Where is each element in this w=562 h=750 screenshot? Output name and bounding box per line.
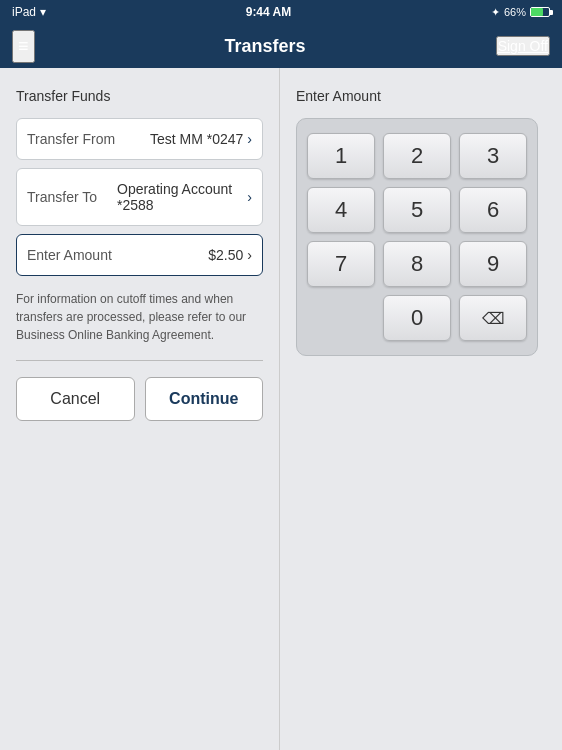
bluetooth-icon: ✦ <box>491 6 500 19</box>
amount-label: Enter Amount <box>27 247 112 263</box>
status-time: 9:44 AM <box>246 5 292 19</box>
enter-amount-row[interactable]: Enter Amount $2.50 › <box>16 234 263 276</box>
numpad-0[interactable]: 0 <box>383 295 451 341</box>
numpad-1[interactable]: 1 <box>307 133 375 179</box>
amount-chevron: › <box>247 247 252 263</box>
numpad-2[interactable]: 2 <box>383 133 451 179</box>
action-buttons: Cancel Continue <box>16 377 263 421</box>
wifi-icon: ▾ <box>40 5 46 19</box>
transfer-from-label: Transfer From <box>27 131 117 147</box>
transfer-to-chevron: › <box>247 189 252 205</box>
numpad-title: Enter Amount <box>296 88 546 104</box>
device-label: iPad <box>12 5 36 19</box>
numpad-8[interactable]: 8 <box>383 241 451 287</box>
transfer-from-chevron: › <box>247 131 252 147</box>
transfer-to-label: Transfer To <box>27 189 117 205</box>
numpad-4[interactable]: 4 <box>307 187 375 233</box>
transfer-to-value: Operating Account *2588 › <box>117 181 252 213</box>
numpad-5[interactable]: 5 <box>383 187 451 233</box>
amount-value: $2.50 › <box>208 247 252 263</box>
info-text: For information on cutoff times and when… <box>16 290 263 344</box>
numpad-empty <box>307 295 375 341</box>
status-bar: iPad ▾ 9:44 AM ✦ 66% <box>0 0 562 24</box>
status-left: iPad ▾ <box>12 5 46 19</box>
transfer-funds-title: Transfer Funds <box>16 88 263 104</box>
main-content: Transfer Funds Transfer From Test MM *02… <box>0 68 562 750</box>
nav-bar: ≡ Transfers Sign Off <box>0 24 562 68</box>
sign-off-button[interactable]: Sign Off <box>496 36 550 56</box>
divider <box>16 360 263 361</box>
right-panel: Enter Amount 1 2 3 4 5 6 7 8 9 0 ⌫ <box>280 68 562 750</box>
status-right: ✦ 66% <box>491 6 550 19</box>
numpad-6[interactable]: 6 <box>459 187 527 233</box>
cancel-button[interactable]: Cancel <box>16 377 135 421</box>
numpad-backspace[interactable]: ⌫ <box>459 295 527 341</box>
transfer-from-row[interactable]: Transfer From Test MM *0247 › <box>16 118 263 160</box>
transfer-to-row[interactable]: Transfer To Operating Account *2588 › <box>16 168 263 226</box>
menu-button[interactable]: ≡ <box>12 30 35 63</box>
transfer-from-value: Test MM *0247 › <box>150 131 252 147</box>
battery-label: 66% <box>504 6 526 18</box>
page-title: Transfers <box>225 36 306 57</box>
numpad-3[interactable]: 3 <box>459 133 527 179</box>
numpad-container: 1 2 3 4 5 6 7 8 9 0 ⌫ <box>296 118 538 356</box>
continue-button[interactable]: Continue <box>145 377 264 421</box>
numpad-7[interactable]: 7 <box>307 241 375 287</box>
battery-icon <box>530 7 550 17</box>
left-panel: Transfer Funds Transfer From Test MM *02… <box>0 68 280 750</box>
numpad-grid: 1 2 3 4 5 6 7 8 9 0 ⌫ <box>307 133 527 341</box>
numpad-9[interactable]: 9 <box>459 241 527 287</box>
